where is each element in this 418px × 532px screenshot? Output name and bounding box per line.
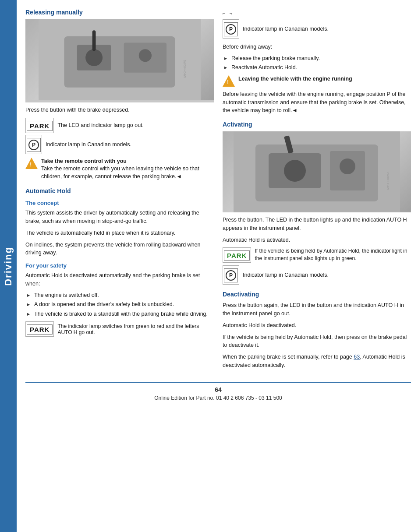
before-driving-bullet-1: Release the parking brake manually. [224, 55, 411, 63]
warning-icon-2 [223, 75, 235, 87]
automatic-hold-section: Automatic Hold The concept This system a… [25, 187, 214, 337]
deactivating-body1: Press the button again, the LED in the b… [223, 301, 411, 318]
sidebar: Driving [0, 0, 17, 532]
canadian-indicator-row1: P Indicator lamp in Canadian models. [25, 135, 214, 154]
led-note-row: PARK The LED and indicator lamp go out. [25, 118, 214, 133]
canadian-p-circle-top: P Indicator lamp in Canadian models. [223, 19, 411, 39]
p-circle-outer1: P [25, 135, 42, 154]
warning-text-1: Take the remote control with you Take th… [41, 158, 214, 181]
canadian-indicator-activating-text: Indicator lamp in Canadian models. [243, 272, 329, 278]
safety-body: Automatic Hold is deactivated automatica… [25, 271, 214, 288]
park-label-1: PARK [30, 122, 50, 130]
sidebar-label: Driving [3, 247, 14, 286]
warning-title-1: Take the remote control with you [41, 158, 127, 164]
warning-body-1: Take the remote control with you when le… [41, 166, 199, 180]
svg-point-12 [284, 160, 306, 182]
park-hold-note-row: PARK If the vehicle is being held by Aut… [223, 247, 411, 263]
two-column-layout: Releasing manually [25, 9, 411, 373]
safety-bullet-1: The engine is switched off. [27, 292, 214, 299]
canadian-indicator-top-row: ⌐ ¬ [223, 11, 411, 16]
concept-title: The concept [25, 200, 214, 206]
park-outer-box3: PARK [223, 247, 251, 263]
indicator-green-text: The indicator lamp switches from green t… [57, 323, 214, 335]
gear-image-activate: 2W003H04W [223, 131, 411, 212]
gear-image-release: SW004H04W [25, 19, 214, 100]
activating-body1: Press the button. The LED in the button … [223, 216, 411, 233]
p-circle-icon-top: P [226, 24, 236, 35]
p-circle-icon-activating: P [226, 270, 236, 281]
svg-point-4 [85, 49, 103, 66]
canadian-indicator-text1: Indicator lamp in Canadian models. [46, 141, 131, 148]
svg-point-13 [340, 159, 355, 174]
concept-body1: This system assists the driver by automa… [25, 209, 214, 225]
warning-box-2: Leaving the vehicle with the engine runn… [223, 75, 411, 87]
warning-box-1: Take the remote control with you Take th… [25, 158, 214, 181]
park-box-3: PARK [224, 250, 250, 261]
park-outer-box1: PARK [25, 118, 54, 133]
deactivating-title: Deactivating [223, 291, 411, 298]
safety-bullet-2: A door is opened and the driver's safety… [27, 301, 214, 309]
park-label-2: PARK [30, 326, 50, 333]
svg-point-5 [139, 49, 152, 62]
safety-title: For your safety [25, 262, 214, 269]
left-column: Releasing manually [25, 9, 214, 373]
deactivating-body2: Automatic Hold is deactivated. [223, 321, 411, 330]
canadian-indicator-text-top: Indicator lamp in Canadian models. [243, 26, 329, 32]
footer: 64 Online Edition for Part no. 01 40 2 6… [25, 382, 411, 401]
led-note-text: The LED and indicator lamp go out. [57, 122, 144, 128]
before-driving-bullets: Release the parking brake manually. Reac… [223, 55, 411, 72]
p-circle-outer-activating: P [223, 265, 239, 285]
park-label-3: PARK [227, 252, 247, 259]
p-circle-icon1: P [28, 140, 39, 150]
p-circle-box1: P [27, 138, 41, 152]
p-circle-box-top: P [224, 22, 238, 36]
warning-text-2: Leaving the vehicle with the engine runn… [238, 75, 352, 83]
main-content: Releasing manually [22, 0, 418, 410]
releasing-manually-title: Releasing manually [25, 9, 214, 16]
activating-image: 2W003H04W [223, 131, 411, 212]
warning-icon-1 [25, 158, 38, 169]
before-driving-label: Before driving away: [223, 43, 411, 51]
activating-title: Activating [223, 121, 411, 128]
concept-body2: The vehicle is automatically held in pla… [25, 229, 214, 237]
deactivating-body4: When the parking brake is set manually, … [223, 353, 411, 370]
park-note-text: If the vehicle is being held by Automati… [255, 247, 411, 262]
svg-text:SW004H04W: SW004H04W [183, 60, 186, 78]
warning-title-2: Leaving the vehicle with the engine runn… [238, 76, 352, 82]
p-circle-outer-top: P [223, 19, 239, 39]
automatic-hold-title: Automatic Hold [25, 187, 214, 194]
safety-bullet-3: The vehicle is braked to a standstill wi… [27, 310, 214, 318]
svg-text:2W003H04W: 2W003H04W [386, 172, 390, 190]
warning2-body: Before leaving the vehicle with the engi… [223, 90, 411, 115]
edition-text: Online Edition for Part no. 01 40 2 606 … [154, 395, 282, 401]
p-circle-box-activating: P [224, 268, 238, 282]
releasing-manually-image: SW004H04W [25, 19, 214, 102]
activating-body2: Automatic Hold is activated. [223, 236, 411, 244]
park-box-2: PARK [27, 324, 53, 335]
page-number: 64 [25, 386, 411, 393]
canadian-indicator-activating: P Indicator lamp in Canadian models. [223, 265, 411, 285]
right-column: ⌐ ¬ P Indicator lamp in Canadian models.… [223, 9, 411, 373]
park-outer-box2: PARK [25, 321, 54, 337]
park-green-indicator-row: PARK The indicator lamp switches from gr… [25, 321, 214, 337]
concept-body3: On inclines, the system prevents the veh… [25, 241, 214, 257]
park-box-1: PARK [27, 121, 53, 131]
page-63-link[interactable]: 63 [354, 354, 360, 360]
before-driving-bullet-2: Reactivate Automatic Hold. [224, 64, 411, 72]
deactivating-body3: If the vehicle is being held by Automati… [223, 333, 411, 350]
safety-bullets: The engine is switched off. A door is op… [25, 292, 214, 318]
press-button-text: Press the button with the brake depresse… [25, 106, 214, 114]
